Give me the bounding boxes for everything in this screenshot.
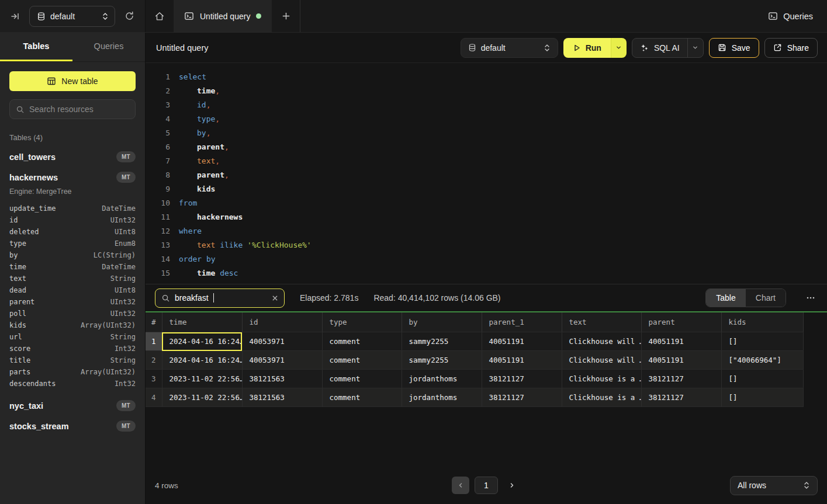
table-cell[interactable]: 40053971 xyxy=(242,332,322,351)
query-database-selector[interactable]: default xyxy=(461,38,558,58)
table-cell[interactable]: 38121127 xyxy=(641,370,721,388)
table-cell[interactable]: [] xyxy=(721,388,803,407)
results-search[interactable]: breakfast xyxy=(155,289,285,308)
table-cell[interactable]: Clickhouse is a … xyxy=(562,388,641,407)
resource-search-input[interactable] xyxy=(29,105,129,114)
editor-line: 6parent, xyxy=(155,140,827,154)
elapsed-stat: Elapsed: 2.781s xyxy=(300,293,358,303)
table-cell[interactable]: 2024-04-16 16:24… xyxy=(162,332,242,351)
column-header[interactable]: time xyxy=(162,312,242,332)
chevron-updown-icon xyxy=(544,44,551,52)
table-name: stocks_stream xyxy=(9,422,69,431)
column-row: deadUInt8 xyxy=(9,284,136,296)
table-cell[interactable]: jordanthoms xyxy=(402,388,482,407)
column-header[interactable]: type xyxy=(322,312,402,332)
table-cell[interactable]: 40051191 xyxy=(641,351,721,370)
queries-button[interactable]: Queries xyxy=(768,11,813,21)
column-header[interactable]: by xyxy=(402,312,482,332)
view-toggle-chart[interactable]: Chart xyxy=(746,289,786,307)
share-button[interactable]: Share xyxy=(764,38,818,58)
table-cell[interactable]: sammy2255 xyxy=(402,332,482,351)
table-cell[interactable]: jordanthoms xyxy=(402,370,482,388)
results-toolbar: breakfast Elapsed: 2.781s Read: 40,414,1… xyxy=(146,284,827,311)
line-number: 7 xyxy=(155,154,170,168)
run-options-dropdown[interactable] xyxy=(611,38,627,58)
collapse-sidebar-button[interactable] xyxy=(8,9,22,23)
save-button[interactable]: Save xyxy=(709,38,759,58)
new-table-button[interactable]: New table xyxy=(9,71,136,91)
sidebar-tab-queries[interactable]: Queries xyxy=(72,33,145,61)
column-type: UInt32 xyxy=(110,296,136,308)
table-cell[interactable]: 2024-04-16 16:24… xyxy=(162,351,242,370)
sql-ai-dropdown[interactable] xyxy=(687,39,703,57)
run-button[interactable]: Run xyxy=(563,38,611,58)
table-cell[interactable]: 2023-11-02 22:56… xyxy=(162,388,242,407)
row-number-cell[interactable]: 3 xyxy=(146,370,162,388)
column-header[interactable]: parent_1 xyxy=(482,312,562,332)
sql-ai-button[interactable]: SQL AI xyxy=(632,39,687,57)
table-cell[interactable]: Clickhouse will … xyxy=(562,351,641,370)
token-fn: text xyxy=(197,157,215,165)
table-cell[interactable]: [] xyxy=(721,332,803,351)
token-pl xyxy=(215,269,220,277)
home-tab-button[interactable] xyxy=(146,0,174,32)
row-number-cell[interactable]: 2 xyxy=(146,351,162,370)
refresh-button[interactable] xyxy=(122,9,137,23)
column-header[interactable]: kids xyxy=(721,312,803,332)
previous-page-button[interactable] xyxy=(452,477,469,494)
table-cell[interactable]: comment xyxy=(322,332,402,351)
table-cell[interactable]: [] xyxy=(721,370,803,388)
table-cell[interactable]: sammy2255 xyxy=(402,351,482,370)
column-row: descendantsInt32 xyxy=(9,378,136,390)
table-cell[interactable]: 2023-11-02 22:56… xyxy=(162,370,242,388)
sql-editor[interactable]: 1select2time,3id,4type,5by,6parent,7text… xyxy=(146,63,827,284)
line-number: 10 xyxy=(155,196,170,210)
results-menu-button[interactable] xyxy=(804,291,818,305)
table-cell[interactable]: Clickhouse will … xyxy=(562,332,641,351)
table-list-item[interactable]: nyc_taxiMT xyxy=(0,395,145,416)
sidebar-tab-tables[interactable]: Tables xyxy=(0,33,72,61)
resource-search[interactable] xyxy=(9,99,136,119)
tab-untitled-query[interactable]: Untitled query xyxy=(174,0,272,32)
token-kw: order by xyxy=(179,255,216,263)
table-cell[interactable]: 40053971 xyxy=(242,351,322,370)
table-cell[interactable]: Clickhouse is a … xyxy=(562,370,641,388)
sparkles-icon xyxy=(640,43,649,52)
table-cell[interactable]: 40051191 xyxy=(482,332,562,351)
table-cell[interactable]: 38121127 xyxy=(482,370,562,388)
token-p: , xyxy=(224,142,229,151)
table-cell[interactable]: 38121127 xyxy=(641,388,721,407)
editor-line: 9kids xyxy=(155,182,827,196)
column-type: Enum8 xyxy=(115,238,136,249)
line-code: hackernews xyxy=(179,210,243,224)
clear-search-button[interactable] xyxy=(272,295,278,301)
column-header[interactable]: text xyxy=(562,312,641,332)
table-cell[interactable]: comment xyxy=(322,351,402,370)
column-header[interactable]: id xyxy=(242,312,322,332)
table-cell[interactable]: ["40066964"] xyxy=(721,351,803,370)
page-size-selector[interactable]: All rows xyxy=(730,476,818,495)
next-page-button[interactable] xyxy=(503,477,521,494)
column-header[interactable]: parent xyxy=(641,312,721,332)
new-tab-button[interactable] xyxy=(272,0,300,32)
query-database-value: default xyxy=(481,43,539,53)
view-toggle-table[interactable]: Table xyxy=(706,289,745,307)
table-cell[interactable]: 40051191 xyxy=(482,351,562,370)
table-list-item[interactable]: stocks_streamMT xyxy=(0,416,145,436)
table-cell[interactable]: 38121563 xyxy=(242,388,322,407)
column-header[interactable]: # xyxy=(146,312,162,332)
table-cell[interactable]: 40051191 xyxy=(641,332,721,351)
token-fn: text xyxy=(197,241,215,249)
row-number-cell[interactable]: 1 xyxy=(146,332,162,351)
table-cell[interactable]: 38121127 xyxy=(482,388,562,407)
table-cell[interactable]: comment xyxy=(322,370,402,388)
topbar-database-selector[interactable]: default xyxy=(29,6,115,27)
table-list-item[interactable]: hackernewsMT xyxy=(0,167,145,187)
table-list-item[interactable]: cell_towersMT xyxy=(0,147,145,167)
table-cell[interactable]: comment xyxy=(322,388,402,407)
table-cell[interactable]: 38121563 xyxy=(242,370,322,388)
line-code: id, xyxy=(179,98,210,112)
row-number-cell[interactable]: 4 xyxy=(146,388,162,407)
token-p: , xyxy=(206,128,211,137)
current-page[interactable]: 1 xyxy=(475,477,498,494)
